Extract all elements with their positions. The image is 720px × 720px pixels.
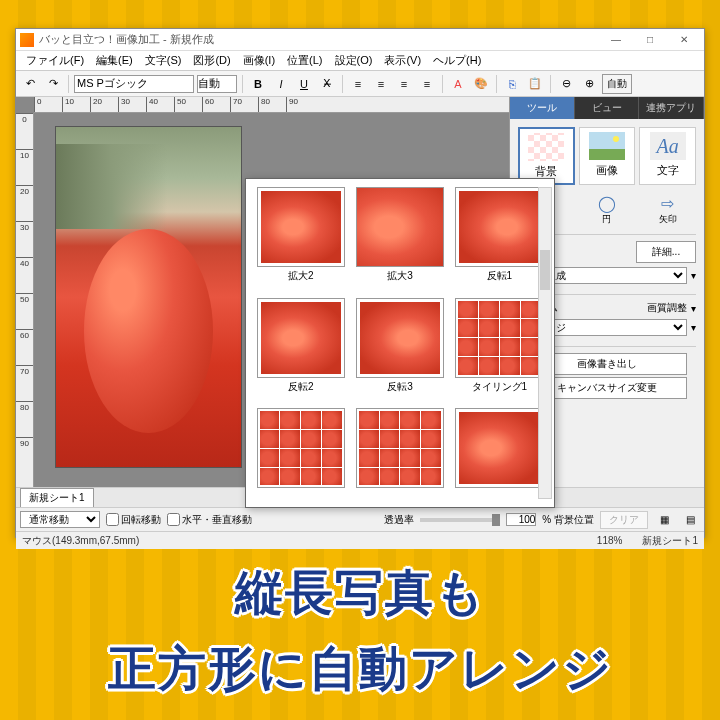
underline-button[interactable]: U: [294, 74, 314, 94]
clear-button[interactable]: クリア: [600, 511, 648, 529]
text-icon: Aa: [650, 132, 686, 160]
menubar: ファイル(F) 編集(E) 文字(S) 図形(D) 画像(I) 位置(L) 設定…: [16, 51, 704, 71]
menu-settings[interactable]: 設定(O): [329, 51, 379, 70]
maximize-button[interactable]: □: [634, 31, 666, 49]
thumb-extra3[interactable]: [453, 408, 546, 499]
size-select[interactable]: [197, 75, 237, 93]
color-button[interactable]: A: [448, 74, 468, 94]
tab-tool[interactable]: ツール: [510, 97, 575, 119]
quality-label: 画質調整: [647, 301, 687, 315]
popup-scrollbar[interactable]: [538, 187, 552, 499]
minimize-button[interactable]: —: [600, 31, 632, 49]
sheet-tab-1[interactable]: 新規シート1: [20, 488, 94, 507]
dropdown-icon: ▾: [691, 270, 696, 281]
rotate-checkbox[interactable]: 回転移動: [106, 513, 161, 527]
tab-view[interactable]: ビュー: [575, 97, 640, 119]
toolbar: ↶ ↷ B I U X̶ ≡ ≡ ≡ ≡ A 🎨 ⎘ 📋 ⊖ ⊕ 自動: [16, 71, 704, 97]
menu-text[interactable]: 文字(S): [139, 51, 188, 70]
palette-button[interactable]: 🎨: [471, 74, 491, 94]
detail-button[interactable]: 詳細...: [636, 241, 696, 263]
app-icon: [20, 33, 34, 47]
close-button[interactable]: ✕: [668, 31, 700, 49]
thumb-zoom3[interactable]: 拡大3: [353, 187, 446, 292]
opacity-label: 透過率: [384, 513, 414, 527]
font-select[interactable]: [74, 75, 194, 93]
tomato-photo[interactable]: [56, 127, 241, 467]
layout-icon[interactable]: ▤: [680, 510, 700, 530]
background-icon: [528, 133, 564, 161]
window-title: バッと目立つ！画像加工 - 新規作成: [39, 32, 214, 47]
thumb-tile1[interactable]: タイリング1: [453, 298, 546, 403]
arrange-popup: 拡大2 拡大3 反転1 反転2 反転3 タイリング1: [245, 178, 555, 508]
promo-line-2: 正方形に自動アレンジ: [108, 637, 613, 701]
zoom-in-button[interactable]: ⊕: [579, 74, 599, 94]
menu-shape[interactable]: 図形(D): [187, 51, 236, 70]
thumb-extra1[interactable]: [254, 408, 347, 499]
move-mode-select[interactable]: 通常移動: [20, 511, 100, 528]
thumb-flip3[interactable]: 反転3: [353, 298, 446, 403]
hv-checkbox[interactable]: 水平・垂直移動: [167, 513, 252, 527]
promo-line-1: 縦長写真も: [235, 561, 486, 625]
tool-text[interactable]: Aa文字: [639, 127, 696, 185]
tool-circle[interactable]: ◯円: [579, 193, 636, 226]
undo-button[interactable]: ↶: [20, 74, 40, 94]
zoom-out-button[interactable]: ⊖: [556, 74, 576, 94]
ruler-vertical: 0102030405060708090: [16, 113, 34, 487]
tool-image[interactable]: 画像: [579, 127, 636, 185]
tab-link[interactable]: 連携アプリ: [639, 97, 704, 119]
image-icon: [589, 132, 625, 160]
align-justify-button[interactable]: ≡: [417, 74, 437, 94]
strike-button[interactable]: X̶: [317, 74, 337, 94]
opacity-input[interactable]: [506, 513, 536, 526]
bottom-toolbar: 通常移動 回転移動 水平・垂直移動 透過率 % 背景位置 クリア ▦ ▤: [16, 507, 704, 531]
panel-tabs: ツール ビュー 連携アプリ: [510, 97, 704, 119]
opacity-slider[interactable]: [420, 518, 500, 522]
menu-edit[interactable]: 編集(E): [90, 51, 139, 70]
align-center-button[interactable]: ≡: [371, 74, 391, 94]
thumb-zoom2[interactable]: 拡大2: [254, 187, 347, 292]
titlebar: バッと目立つ！画像加工 - 新規作成 — □ ✕: [16, 29, 704, 51]
align-left-button[interactable]: ≡: [348, 74, 368, 94]
menu-file[interactable]: ファイル(F): [20, 51, 90, 70]
arrow-icon: ⇨: [656, 193, 680, 213]
menu-position[interactable]: 位置(L): [281, 51, 328, 70]
bgpos-label: % 背景位置: [542, 513, 594, 527]
italic-button[interactable]: I: [271, 74, 291, 94]
auto-zoom-button[interactable]: 自動: [602, 74, 632, 94]
thumb-flip2[interactable]: 反転2: [254, 298, 347, 403]
tool-arrow[interactable]: ⇨矢印: [639, 193, 696, 226]
menu-view[interactable]: 表示(V): [378, 51, 427, 70]
promo-overlay: 縦長写真も 正方形に自動アレンジ: [0, 542, 720, 720]
tool-background[interactable]: 背景: [518, 127, 575, 185]
align-right-button[interactable]: ≡: [394, 74, 414, 94]
circle-icon: ◯: [595, 193, 619, 213]
redo-button[interactable]: ↷: [43, 74, 63, 94]
menu-help[interactable]: ヘルプ(H): [427, 51, 487, 70]
grid-icon[interactable]: ▦: [654, 510, 674, 530]
canvas[interactable]: [56, 127, 241, 467]
paste-button[interactable]: 📋: [525, 74, 545, 94]
thumb-flip1[interactable]: 反転1: [453, 187, 546, 292]
ruler-horizontal: 0102030405060708090: [34, 97, 509, 113]
bold-button[interactable]: B: [248, 74, 268, 94]
menu-image[interactable]: 画像(I): [237, 51, 281, 70]
copy-button[interactable]: ⎘: [502, 74, 522, 94]
thumb-extra2[interactable]: [353, 408, 446, 499]
